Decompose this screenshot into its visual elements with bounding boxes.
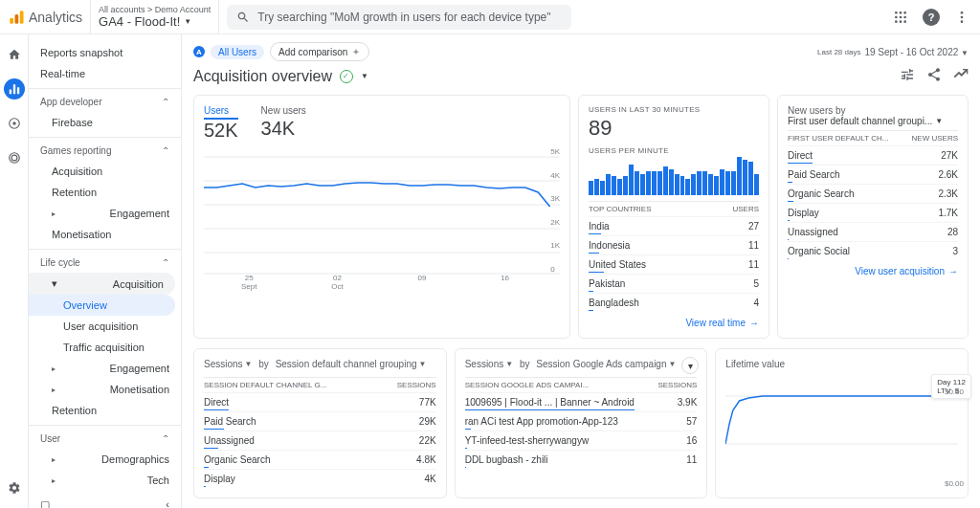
svg-point-7: [900, 15, 902, 18]
table-row[interactable]: Direct27K: [788, 145, 958, 165]
nav-firebase[interactable]: Firebase: [29, 112, 181, 133]
dimension-picker[interactable]: First user default channel groupi...▼: [788, 116, 958, 126]
metric-picker[interactable]: Sessions▼: [465, 359, 514, 369]
svg-point-14: [961, 20, 964, 23]
table-row[interactable]: United States11: [589, 254, 759, 274]
rail-reports[interactable]: [4, 78, 25, 99]
metric-picker[interactable]: Sessions▼: [204, 359, 253, 369]
table-row[interactable]: DDL bugbash - zhili11: [465, 450, 698, 469]
segment-badge-icon: A: [193, 46, 205, 57]
caret-down-icon: ▼: [935, 117, 943, 125]
svg-point-17: [9, 153, 19, 164]
table-row[interactable]: Unassigned28: [788, 222, 958, 241]
table-row[interactable]: Paid Search2.6K: [788, 165, 958, 184]
metric-new-users[interactable]: New users 34K: [261, 105, 306, 142]
analytics-icon: [8, 9, 25, 26]
nav-games-mon[interactable]: Monetisation: [29, 224, 181, 245]
svg-point-8: [903, 15, 906, 18]
nav-life-acq[interactable]: ▾ Acquisition: [29, 273, 175, 295]
collapse-icon[interactable]: ‹: [166, 498, 169, 508]
insights-icon[interactable]: [953, 67, 969, 85]
table-row[interactable]: Display4K: [204, 469, 436, 488]
nav-games-acq[interactable]: Acquisition: [29, 161, 181, 182]
apps-icon[interactable]: [890, 7, 911, 28]
help-icon[interactable]: ?: [923, 9, 940, 26]
card-realtime: USERS IN LAST 30 MINUTES 89 USERS PER MI…: [578, 95, 769, 339]
table-row[interactable]: Indonesia11: [589, 235, 759, 254]
customize-icon[interactable]: [900, 67, 915, 85]
ltv-line-chart: [725, 377, 958, 453]
table-row[interactable]: Organic Search2.3K: [788, 184, 958, 203]
card-new-users-by: New users by First user default channel …: [777, 95, 969, 339]
search-icon: [236, 11, 250, 24]
dimension-picker[interactable]: Session default channel grouping▼: [276, 359, 427, 369]
add-comparison-button[interactable]: Add comparison＋: [270, 42, 369, 61]
nav-user-demo[interactable]: Demographics: [29, 449, 181, 470]
table-row[interactable]: YT-infeed-test-sherrywangyw16: [465, 431, 698, 450]
card-sessions-channel: Sessions▼ by Session default channel gro…: [193, 348, 447, 498]
search-input[interactable]: Try searching "MoM growth in users for e…: [227, 5, 571, 30]
dimension-picker[interactable]: Session Google Ads campaign▼: [536, 359, 676, 369]
svg-rect-1: [15, 14, 19, 24]
nav-life-ret[interactable]: Retention: [29, 400, 181, 421]
nav-games-eng[interactable]: Engagement: [29, 203, 181, 224]
svg-point-9: [895, 20, 898, 23]
view-user-acquisition-link[interactable]: View user acquisition→: [788, 260, 958, 276]
table-row[interactable]: Unassigned22K: [204, 431, 436, 450]
table-row[interactable]: Organic Search4.8K: [204, 450, 436, 469]
chevron-up-icon: ⌃: [162, 433, 169, 444]
nav-life-overview[interactable]: Overview: [29, 295, 175, 316]
check-circle-icon[interactable]: ✓: [340, 70, 353, 83]
nav-life-useracq[interactable]: User acquisition: [29, 316, 181, 337]
svg-rect-0: [10, 17, 13, 23]
table-row[interactable]: Pakistan5: [589, 274, 759, 293]
caret-down-icon[interactable]: ▼: [361, 72, 368, 80]
app-name: Analytics: [29, 10, 82, 25]
rail-explore[interactable]: [4, 113, 25, 134]
table-row[interactable]: India27: [589, 216, 759, 235]
card-users-trend: Users 52K New users 34K 5K4: [193, 95, 570, 339]
table-row[interactable]: ran ACi test App promotion-App-12357: [465, 411, 698, 431]
more-icon[interactable]: [951, 7, 972, 28]
nav-life-mon[interactable]: Monetisation: [29, 379, 181, 400]
property-picker[interactable]: All accounts > Demo Account GA4 - Flood-…: [90, 0, 219, 33]
rail-advertising[interactable]: [4, 147, 25, 168]
property-name: GA4 - Flood-It!: [99, 14, 180, 29]
view-realtime-link[interactable]: View real time→: [589, 312, 759, 328]
table-row[interactable]: Display1.7K: [788, 203, 958, 222]
nav-user-tech[interactable]: Tech: [29, 470, 181, 491]
table-row[interactable]: Paid Search29K: [204, 411, 436, 431]
table-row[interactable]: Organic Social3: [788, 241, 958, 260]
arrow-right-icon: →: [749, 318, 759, 328]
table-row[interactable]: Direct77K: [204, 392, 436, 411]
library-icon[interactable]: ▢: [40, 498, 50, 508]
segment-all-users[interactable]: All Users: [211, 45, 264, 59]
search-placeholder: Try searching "MoM growth in users for e…: [257, 11, 550, 24]
plus-icon: ＋: [351, 45, 361, 58]
nav-section-user[interactable]: User⌃: [29, 425, 181, 449]
svg-point-11: [903, 20, 906, 23]
nav-section-appdev[interactable]: App developer⌃: [29, 88, 181, 112]
nav-realtime[interactable]: Real-time: [29, 63, 181, 84]
metric-users[interactable]: Users 52K: [204, 105, 238, 142]
nav-life-trafficacq[interactable]: Traffic acquisition: [29, 337, 181, 358]
nav-games-ret[interactable]: Retention: [29, 182, 181, 203]
filter-button[interactable]: ▾: [681, 357, 699, 374]
chevron-up-icon: ⌃: [162, 97, 169, 107]
account-path: All accounts > Demo Account: [99, 5, 211, 14]
svg-point-4: [900, 11, 902, 14]
nav-section-games[interactable]: Games reporting⌃: [29, 137, 181, 161]
svg-point-13: [961, 15, 964, 18]
rail-admin[interactable]: [4, 477, 25, 498]
share-icon[interactable]: [926, 67, 942, 85]
rail-home[interactable]: [4, 44, 25, 65]
nav-reports-snapshot[interactable]: Reports snapshot: [29, 42, 181, 63]
nav-section-life[interactable]: Life cycle⌃: [29, 249, 181, 273]
card-sessions-ads: ▾ Sessions▼ by Session Google Ads campai…: [455, 348, 708, 498]
table-row[interactable]: 1009695 | Flood-it ... | Banner ~ Androi…: [465, 392, 698, 411]
nav-life-eng[interactable]: Engagement: [29, 358, 181, 379]
card-ltv: Lifetime value Day 112 LTV $ $0.00$0.00: [715, 348, 969, 498]
date-range-picker[interactable]: 19 Sept - 16 Oct 2022 ▼: [864, 47, 969, 57]
table-row[interactable]: Bangladesh4: [589, 293, 759, 312]
app-logo[interactable]: Analytics: [8, 9, 82, 26]
